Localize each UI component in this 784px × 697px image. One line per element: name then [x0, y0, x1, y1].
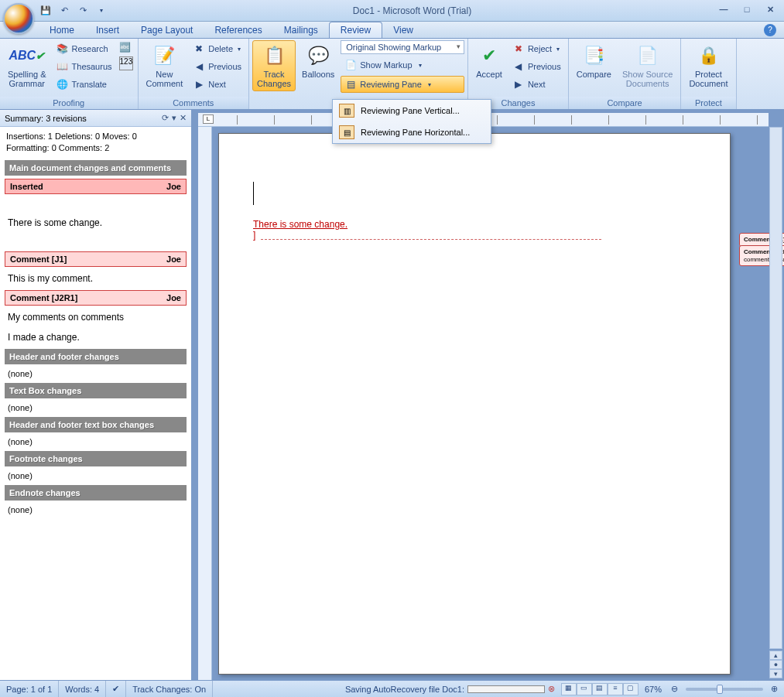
refresh-icon[interactable]: ⟳ — [162, 113, 169, 123]
compare-button[interactable]: 📑 Compare — [572, 40, 616, 82]
protect-document-button[interactable]: 🔒 Protect Document — [684, 40, 732, 91]
reject-button[interactable]: ✖Reject▾ — [508, 40, 565, 57]
status-bar: Page: 1 of 1 Words: 4 ✔ Track Changes: O… — [0, 680, 784, 697]
proofing-status[interactable]: ✔ — [106, 681, 126, 697]
track-changes-button[interactable]: 📋 Track Changes — [252, 40, 296, 91]
revision-entry-body[interactable]: There is some change. — [0, 196, 191, 250]
section-footnote: Footnote changes — [5, 451, 187, 466]
tab-selector[interactable]: L — [203, 114, 214, 124]
reviewing-pane-vertical-item[interactable]: ▥ Reviewing Pane Vertical... — [333, 100, 491, 121]
set-language-icon[interactable]: 🔤 — [119, 42, 133, 56]
zoom-out-button[interactable]: ⊖ — [668, 684, 681, 694]
select-browse-object-button[interactable]: ● — [769, 660, 782, 669]
translate-icon: 🌐 — [56, 78, 69, 91]
tab-insert[interactable]: Insert — [85, 22, 130, 38]
close-button[interactable]: ✕ — [762, 5, 778, 17]
show-markup-button[interactable]: 📄Show Markup▾ — [341, 56, 464, 73]
vertical-ruler[interactable] — [198, 127, 212, 680]
tab-references[interactable]: References — [204, 22, 272, 38]
reviewing-pane-icon: ▤ — [344, 78, 357, 91]
thesaurus-button[interactable]: 📖Thesaurus — [53, 58, 116, 75]
save-icon[interactable]: 💾 — [39, 4, 53, 18]
tab-mailings[interactable]: Mailings — [273, 22, 329, 38]
qat-dropdown-icon[interactable]: ▾ — [94, 4, 108, 18]
previous-icon: ◀ — [193, 60, 205, 73]
revision-entry-header[interactable]: Comment [J1] Joe — [5, 251, 187, 267]
office-button[interactable] — [3, 3, 34, 34]
spelling-grammar-button[interactable]: ABC✔ Spelling & Grammar — [3, 40, 51, 91]
section-main-changes: Main document changes and comments — [5, 160, 187, 176]
minimize-button[interactable]: — — [716, 5, 731, 17]
previous-comment-button[interactable]: ◀Previous — [189, 58, 245, 75]
next-change-button[interactable]: ▶Next — [508, 76, 565, 93]
view-buttons: ▦ ▭ ▤ ≡ ▢ — [561, 683, 638, 695]
document-area: L There is some change. ] Comment [J1]: … — [192, 110, 784, 680]
previous-change-button[interactable]: ◀Previous — [508, 58, 565, 75]
none-text: (none) — [0, 502, 191, 518]
close-pane-icon[interactable]: ✕ — [180, 113, 187, 123]
maximize-button[interactable]: □ — [739, 5, 755, 17]
zoom-in-button[interactable]: ⊕ — [768, 684, 784, 694]
balloons-icon: 💬 — [306, 43, 330, 68]
proofing-icon: ✔ — [112, 684, 119, 694]
group-compare: 📑 Compare 📄 Show Source Documents Compar… — [569, 39, 682, 109]
previous-page-button[interactable]: ▴ — [769, 651, 782, 660]
revision-entry-body[interactable]: This is my comment. — [0, 268, 191, 289]
word-count-status[interactable]: Words: 4 — [59, 681, 106, 697]
none-text: (none) — [0, 400, 191, 415]
revision-entry-header[interactable]: Inserted Joe — [5, 179, 187, 194]
section-endnote: Endnote changes — [5, 485, 187, 501]
section-hf-textbox: Header and footer text box changes — [5, 417, 187, 432]
expand-icon[interactable]: ▾ — [172, 113, 176, 123]
next-icon: ▶ — [193, 78, 205, 91]
tab-page-layout[interactable]: Page Layout — [130, 22, 204, 38]
document-page[interactable]: There is some change. ] Comment [J1]: Th… — [218, 133, 731, 675]
balloons-button[interactable]: 💬 Balloons — [297, 40, 339, 82]
accept-button[interactable]: ✔ Accept — [471, 40, 507, 82]
next-comment-button[interactable]: ▶Next — [189, 76, 245, 93]
full-screen-view-button[interactable]: ▭ — [577, 683, 592, 695]
none-text: (none) — [0, 366, 191, 381]
cancel-save-icon[interactable]: ⊗ — [548, 684, 555, 694]
outline-view-button[interactable]: ≡ — [608, 683, 623, 695]
delete-comment-button[interactable]: ✖Delete▾ — [189, 40, 245, 57]
zoom-thumb[interactable] — [717, 685, 723, 694]
track-changes-icon: 📋 — [262, 43, 286, 68]
tab-view[interactable]: View — [382, 22, 424, 38]
research-button[interactable]: 📚Research — [53, 40, 116, 57]
progress-bar — [467, 685, 545, 693]
translate-button[interactable]: 🌐Translate — [53, 76, 116, 93]
track-changes-status[interactable]: Track Changes: On — [126, 681, 213, 697]
reviewing-pane-horizontal-item[interactable]: ▤ Reviewing Pane Horizontal... — [333, 121, 491, 143]
word-count-icon[interactable]: 123 — [119, 56, 133, 70]
display-for-review-dropdown[interactable]: Original Showing Markup — [341, 40, 464, 54]
zoom-level[interactable]: 67% — [638, 681, 668, 697]
title-bar: 💾 ↶ ↷ ▾ Doc1 - Microsoft Word (Trial) — … — [0, 0, 784, 22]
autosave-status: Saving AutoRecovery file Doc1: ⊗ — [339, 681, 561, 697]
draft-view-button[interactable]: ▢ — [623, 683, 638, 695]
zoom-slider[interactable] — [686, 688, 763, 691]
pane-horizontal-icon: ▤ — [339, 125, 354, 139]
revision-entry-body[interactable]: My comments on comments I made a change. — [0, 307, 191, 347]
web-layout-view-button[interactable]: ▤ — [592, 683, 608, 695]
new-comment-button[interactable]: 📝 New Comment — [142, 40, 188, 91]
vertical-scrollbar[interactable] — [769, 127, 782, 649]
redo-icon[interactable]: ↷ — [76, 4, 90, 18]
menu-item-label: Reviewing Pane Vertical... — [361, 106, 460, 115]
page-status[interactable]: Page: 1 of 1 — [0, 681, 59, 697]
inserted-text[interactable]: There is some change. — [253, 219, 347, 230]
reviewing-pane-button[interactable]: ▤Reviewing Pane▾ — [341, 76, 464, 93]
undo-icon[interactable]: ↶ — [57, 4, 71, 18]
print-layout-view-button[interactable]: ▦ — [561, 683, 577, 695]
group-protect: 🔒 Protect Document Protect — [681, 39, 736, 109]
compare-icon: 📑 — [581, 43, 606, 68]
next-page-button[interactable]: ▾ — [769, 669, 782, 678]
revision-entry-header[interactable]: Comment [J2R1] Joe — [5, 290, 187, 306]
help-button[interactable]: ? — [764, 24, 776, 36]
tab-home[interactable]: Home — [39, 22, 85, 38]
section-header-footer: Header and footer changes — [5, 349, 187, 364]
summary-text: Summary: 3 revisions — [5, 114, 87, 123]
tab-review[interactable]: Review — [329, 22, 382, 38]
show-source-button[interactable]: 📄 Show Source Documents — [618, 40, 677, 91]
pane-vertical-icon: ▥ — [339, 104, 354, 118]
